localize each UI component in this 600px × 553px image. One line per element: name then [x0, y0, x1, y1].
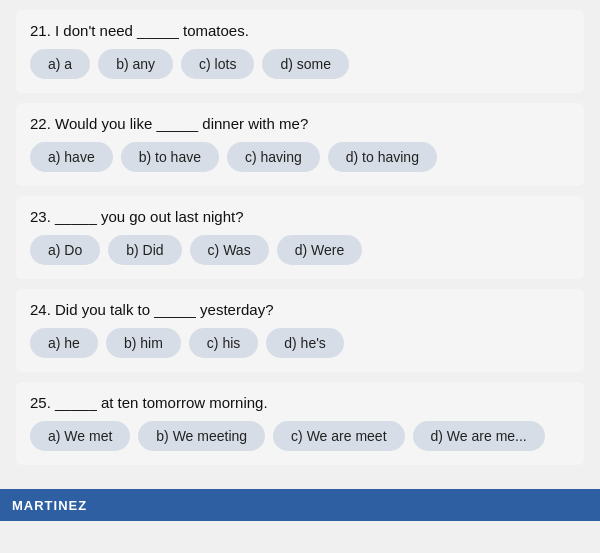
- option-btn-q21a[interactable]: a) a: [30, 49, 90, 79]
- option-btn-q22b[interactable]: b) to have: [121, 142, 219, 172]
- options-row-q25: a) We metb) We meetingc) We are meetd) W…: [30, 421, 570, 451]
- option-btn-q22a[interactable]: a) have: [30, 142, 113, 172]
- question-block-q23: 23. _____ you go out last night?a) Dob) …: [16, 196, 584, 279]
- brand-label: MARTINEZ: [12, 498, 87, 513]
- question-block-q22: 22. Would you like _____ dinner with me?…: [16, 103, 584, 186]
- option-btn-q25a[interactable]: a) We met: [30, 421, 130, 451]
- option-btn-q25b[interactable]: b) We meeting: [138, 421, 265, 451]
- question-text-q21: 21. I don't need _____ tomatoes.: [30, 22, 570, 39]
- option-btn-q21d[interactable]: d) some: [262, 49, 349, 79]
- question-text-q22: 22. Would you like _____ dinner with me?: [30, 115, 570, 132]
- question-block-q21: 21. I don't need _____ tomatoes.a) ab) a…: [16, 10, 584, 93]
- question-text-q24: 24. Did you talk to _____ yesterday?: [30, 301, 570, 318]
- option-btn-q24d[interactable]: d) he's: [266, 328, 344, 358]
- question-block-q24: 24. Did you talk to _____ yesterday?a) h…: [16, 289, 584, 372]
- option-btn-q21c[interactable]: c) lots: [181, 49, 254, 79]
- option-btn-q23b[interactable]: b) Did: [108, 235, 181, 265]
- option-btn-q21b[interactable]: b) any: [98, 49, 173, 79]
- option-btn-q25d[interactable]: d) We are me...: [413, 421, 545, 451]
- question-block-q25: 25. _____ at ten tomorrow morning.a) We …: [16, 382, 584, 465]
- options-row-q23: a) Dob) Didc) Wasd) Were: [30, 235, 570, 265]
- option-btn-q24c[interactable]: c) his: [189, 328, 258, 358]
- bottom-bar: MARTINEZ: [0, 489, 600, 521]
- option-btn-q22c[interactable]: c) having: [227, 142, 320, 172]
- option-btn-q23d[interactable]: d) Were: [277, 235, 363, 265]
- option-btn-q22d[interactable]: d) to having: [328, 142, 437, 172]
- options-row-q21: a) ab) anyc) lotsd) some: [30, 49, 570, 79]
- options-row-q24: a) heb) himc) hisd) he's: [30, 328, 570, 358]
- quiz-container: 21. I don't need _____ tomatoes.a) ab) a…: [0, 0, 600, 485]
- option-btn-q24b[interactable]: b) him: [106, 328, 181, 358]
- option-btn-q23a[interactable]: a) Do: [30, 235, 100, 265]
- question-text-q25: 25. _____ at ten tomorrow morning.: [30, 394, 570, 411]
- option-btn-q24a[interactable]: a) he: [30, 328, 98, 358]
- option-btn-q23c[interactable]: c) Was: [190, 235, 269, 265]
- options-row-q22: a) haveb) to havec) havingd) to having: [30, 142, 570, 172]
- question-text-q23: 23. _____ you go out last night?: [30, 208, 570, 225]
- option-btn-q25c[interactable]: c) We are meet: [273, 421, 404, 451]
